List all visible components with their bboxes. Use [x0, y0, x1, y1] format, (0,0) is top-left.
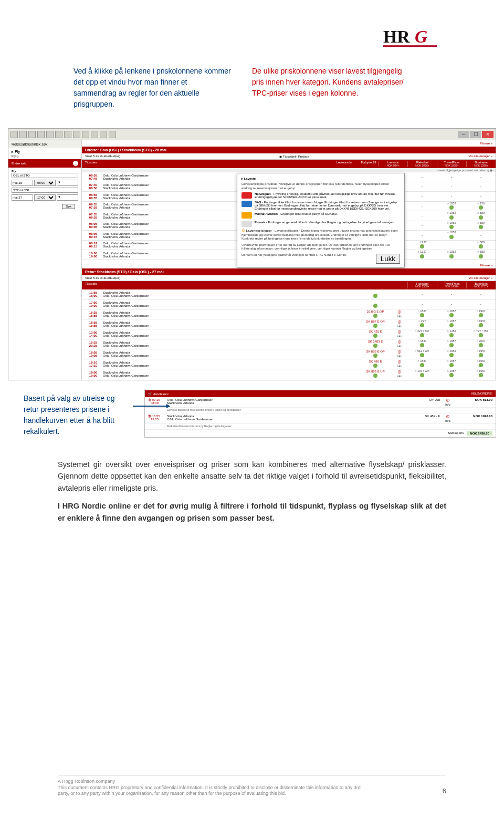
flight-row[interactable]: 19:2520:25Stockholm, ArlandaOslo, Oslo L… — [82, 339, 496, 349]
search-button[interactable]: Søk — [62, 204, 75, 209]
filter-link-2[interactable]: Filtrere » — [480, 264, 492, 267]
svg-text:HR: HR — [383, 27, 410, 46]
flight-row[interactable]: 18:0019:00Stockholm, ArlandaOslo, Oslo L… — [82, 369, 496, 379]
booking-screenshot: –☐× Reisesøknad/nisk søk ▸ FlyFlytg Endr… — [8, 128, 496, 380]
cart-row: 🗑 16:55 19:05Stockholm, ArlandaOSA, Oslo… — [145, 413, 496, 424]
page-number: 6 — [443, 787, 446, 795]
price-column-header: Tidsplan Leverandør Flybytte 99 LavesteN… — [82, 160, 496, 168]
search-form: Fly 08:00▼ 17:00▼ Søk — [8, 168, 81, 204]
date1-input[interactable] — [12, 180, 33, 186]
time2-select[interactable]: 17:00 — [34, 194, 56, 201]
cart-row: 🗑 07:10 08:30Oslo, Oslo Lufthavn Garderm… — [145, 397, 496, 408]
col2-travelpass[interactable]: TravelPassNOK 1452+ — [437, 282, 466, 288]
body-paragraph-1: Systemet gir oversikt over enveispriser … — [58, 459, 446, 494]
col-fleksibel[interactable]: FleksibelNOK 1066+ — [407, 161, 437, 167]
results-panel: Filtrere » Utreise: Oslo (OSL) / Stockho… — [82, 140, 496, 380]
col-business[interactable]: BusinessNOK 1296+ — [466, 161, 496, 167]
col2-fleksibel[interactable]: FleksibelNOK 1530+ — [407, 282, 437, 288]
sidebar-endre-sok[interactable]: Endre søk– — [8, 159, 81, 168]
hrg-logo: HR G — [383, 26, 446, 53]
cart-total: Samlet prisNOK 2439.00 — [145, 430, 496, 437]
flight-row[interactable]: 13:0014:00Stockholm, ArlandaOslo, Oslo L… — [82, 329, 496, 339]
price-rules-popup: ▸ Laveste Laveste/billigste pristilbud. … — [237, 173, 405, 267]
flight-row[interactable]: 11:5518:00Stockholm, ArlandaOslo, Oslo L… — [82, 289, 496, 299]
to-input[interactable] — [12, 188, 78, 193]
flight-row[interactable]: 18:1017:10Stockholm, ArlandaOslo, Oslo L… — [82, 359, 496, 369]
search-sidebar: Reisesøknad/nisk søk ▸ FlyFlytg Endre sø… — [8, 140, 82, 380]
svg-text:G: G — [415, 27, 427, 46]
from-input[interactable] — [12, 173, 78, 178]
col-laveste[interactable]: LavesteNOK 994+ — [378, 161, 407, 167]
outbound-route-header: Utreise: Oslo (OSL) / Stockholm (STO) - … — [82, 147, 496, 153]
callout-price-columns-lowest: De ulike priskolonnene viser lavest tilg… — [252, 66, 410, 110]
window-toolbar: –☐× — [8, 129, 496, 140]
callout-price-column-rules: Ved å klikke på lenkene i priskolonnene … — [74, 66, 231, 110]
window-controls[interactable]: –☐× — [458, 131, 494, 138]
footer-disclaimer: This document contains HRG proprietary a… — [58, 785, 361, 796]
sidebar-title: Reisesøknad/nisk søk — [8, 140, 81, 148]
page-footer: A Hogg Robinson company This document co… — [58, 775, 446, 797]
body-paragraphs: Systemet gir oversikt over enveispriser … — [58, 459, 446, 524]
callout-cart-recalc: Basert på valg av utreise og retur prese… — [24, 393, 129, 437]
return-route-header: Retur: Stockholm (STO) / Oslo (OSL) - 27… — [82, 268, 496, 275]
arrow-to-cart — [133, 406, 170, 407]
time1-select[interactable]: 08:00 — [34, 180, 56, 186]
svg-rect-2 — [383, 45, 437, 47]
date2-input[interactable] — [12, 194, 33, 201]
filter-link[interactable]: Filtrere » — [480, 142, 492, 145]
popup-close-button[interactable]: Lukk — [376, 254, 400, 264]
col2-business[interactable]: BusinessNOK 1737+ — [466, 282, 496, 288]
footer-company: A Hogg Robinson company — [58, 779, 115, 784]
flight-row[interactable]: 17:0019:00Stockholm, ArlandaOslo, Oslo L… — [82, 299, 496, 309]
flight-row[interactable]: 18:5515:55Stockholm, ArlandaOslo, Oslo L… — [82, 319, 496, 329]
flight-row[interactable]: 15:3515:55Stockholm, ArlandaOslo, Oslo L… — [82, 309, 496, 319]
body-paragraph-2: I HRG Nordic online er det for øvrig mul… — [58, 500, 446, 524]
col-travelpass[interactable]: TravelPassNOK 1852+ — [437, 161, 466, 167]
flight-row[interactable]: 18:0519:05Stockholm, ArlandaOslo, Oslo L… — [82, 349, 496, 359]
cart-screenshot: 🛒 HandlekurvVELG/ORDRE! 🗑 07:10 08:30Osl… — [144, 390, 496, 438]
